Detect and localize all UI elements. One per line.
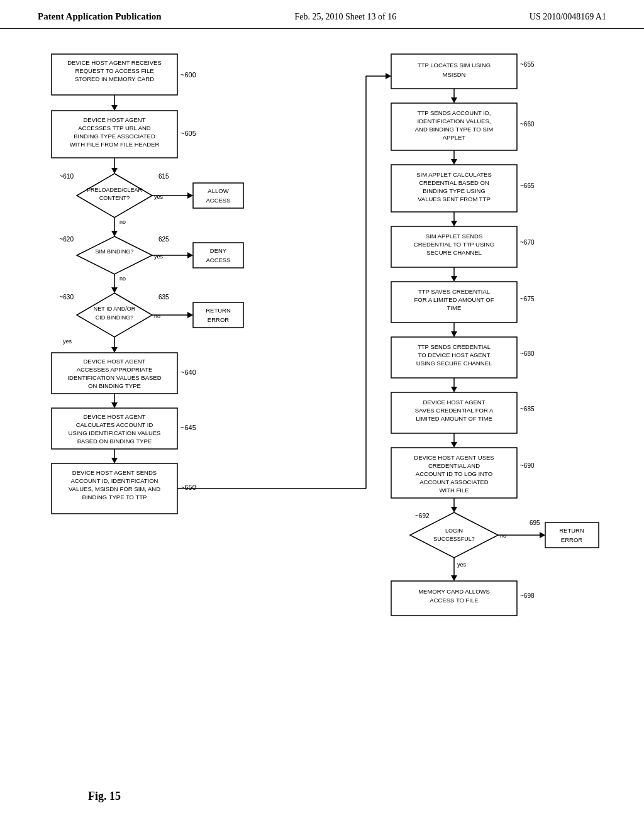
svg-text:SIM APPLET SENDS: SIM APPLET SENDS (426, 233, 483, 240)
svg-marker-35 (187, 252, 193, 258)
svg-text:625: 625 (158, 236, 169, 243)
svg-text:BINDING TYPE TO TTP: BINDING TYPE TO TTP (82, 494, 147, 501)
svg-marker-6 (111, 105, 118, 111)
page-header: Patent Application Publication Feb. 25, … (0, 0, 644, 29)
svg-text:ON BINDING TYPE: ON BINDING TYPE (88, 382, 141, 389)
svg-marker-131 (451, 442, 457, 448)
svg-marker-117 (451, 331, 457, 337)
svg-text:615: 615 (158, 173, 169, 180)
svg-text:DEVICE HOST AGENT: DEVICE HOST AGENT (83, 413, 145, 420)
svg-text:ACCESS: ACCESS (206, 197, 230, 204)
svg-text:SIM BINDING?: SIM BINDING? (95, 248, 133, 255)
svg-text:~655: ~655 (520, 61, 535, 68)
svg-text:DEVICE HOST AGENT: DEVICE HOST AGENT (83, 116, 145, 123)
svg-text:NET ID AND/OR: NET ID AND/OR (94, 306, 136, 312)
svg-text:~660: ~660 (520, 121, 535, 128)
svg-text:~670: ~670 (520, 239, 535, 246)
svg-text:DEVICE HOST AGENT SENDS: DEVICE HOST AGENT SENDS (72, 469, 157, 476)
svg-text:ACCESSES APPROPRIATE: ACCESSES APPROPRIATE (77, 366, 153, 373)
svg-text:no: no (500, 533, 506, 539)
svg-text:~645: ~645 (180, 424, 196, 431)
publication-label: Patent Application Publication (38, 11, 162, 22)
svg-text:ACCOUNT ID TO LOG INTO: ACCOUNT ID TO LOG INTO (416, 470, 492, 477)
svg-marker-95 (451, 159, 457, 165)
svg-text:yes: yes (63, 338, 72, 345)
svg-text:VALUES SENT FROM TTP: VALUES SENT FROM TTP (418, 196, 491, 202)
svg-text:DEVICE HOST AGENT: DEVICE HOST AGENT (423, 399, 485, 406)
svg-text:~600: ~600 (180, 71, 196, 79)
svg-text:LOGIN: LOGIN (445, 528, 463, 534)
svg-text:ERROR: ERROR (561, 536, 582, 543)
svg-marker-71 (111, 458, 118, 463)
svg-text:DEVICE HOST AGENT USES: DEVICE HOST AGENT USES (414, 454, 494, 461)
svg-text:TTP SENDS ACCOUNT ID,: TTP SENDS ACCOUNT ID, (418, 109, 491, 116)
svg-text:yes: yes (457, 562, 467, 568)
svg-marker-124 (451, 387, 457, 392)
svg-text:MSISDN: MSISDN (443, 71, 466, 78)
svg-text:IDENTIFICATION VALUES BASED: IDENTIFICATION VALUES BASED (67, 374, 161, 381)
svg-text:PRELOADED/CLEAR: PRELOADED/CLEAR (87, 187, 143, 193)
svg-text:FOR A LIMITED AMOUNT OF: FOR A LIMITED AMOUNT OF (414, 296, 494, 303)
svg-text:SIM APPLET CALCULATES: SIM APPLET CALCULATES (416, 171, 492, 178)
svg-text:WITH FILE FROM FILE HEADER: WITH FILE FROM FILE HEADER (70, 141, 160, 148)
svg-text:yes: yes (154, 194, 164, 200)
svg-marker-28 (111, 231, 118, 236)
svg-text:yes: yes (154, 253, 164, 260)
svg-text:DEVICE HOST AGENT RECEIVES: DEVICE HOST AGENT RECEIVES (67, 59, 162, 66)
svg-text:WITH FILE: WITH FILE (440, 487, 469, 494)
svg-rect-149 (545, 523, 599, 548)
svg-text:~698: ~698 (520, 592, 535, 599)
svg-text:CONTENT?: CONTENT? (99, 195, 130, 201)
svg-text:TIME: TIME (447, 304, 462, 311)
svg-text:~680: ~680 (520, 350, 535, 357)
svg-marker-22 (187, 192, 193, 199)
svg-text:BASED ON BINDING TYPE: BASED ON BINDING TYPE (77, 438, 152, 445)
svg-text:VALUES, MSISDN FOR SIM, AND: VALUES, MSISDN FOR SIM, AND (69, 485, 160, 492)
svg-text:LIMITED AMOUNT OF TIME: LIMITED AMOUNT OF TIME (416, 415, 492, 422)
svg-text:CREDENTIAL TO TTP USING: CREDENTIAL TO TTP USING (414, 241, 494, 248)
svg-text:no: no (119, 219, 126, 225)
svg-text:CALCULATES ACCOUNT ID: CALCULATES ACCOUNT ID (76, 421, 153, 428)
svg-text:~692: ~692 (415, 512, 430, 519)
figure-label: Fig. 15 (88, 790, 619, 803)
svg-text:~620: ~620 (59, 236, 74, 243)
svg-text:ACCOUNT ASSOCIATED: ACCOUNT ASSOCIATED (419, 479, 489, 485)
svg-marker-81 (386, 73, 391, 79)
svg-text:SUCCESSFUL?: SUCCESSFUL? (433, 536, 475, 542)
svg-text:STORED IN MEMORY CARD: STORED IN MEMORY CARD (75, 75, 154, 82)
svg-text:TTP SENDS CREDENTIAL: TTP SENDS CREDENTIAL (418, 343, 491, 350)
svg-text:TTP SAVES CREDENTIAL: TTP SAVES CREDENTIAL (418, 288, 490, 295)
date-sheet-label: Feb. 25, 2010 Sheet 13 of 16 (294, 12, 396, 22)
svg-marker-41 (111, 287, 118, 293)
svg-text:REQUEST TO ACCESS FILE: REQUEST TO ACCESS FILE (75, 67, 153, 74)
svg-text:ACCESS TO FILE: ACCESS TO FILE (430, 597, 478, 604)
svg-text:DEVICE HOST AGENT: DEVICE HOST AGENT (83, 358, 145, 365)
svg-text:DENY: DENY (210, 247, 227, 254)
svg-marker-154 (451, 575, 457, 581)
flowchart-svg: DEVICE HOST AGENT RECEIVES REQUEST TO AC… (26, 48, 618, 783)
svg-text:CID BINDING?: CID BINDING? (96, 314, 134, 321)
svg-marker-140 (451, 507, 457, 512)
svg-text:SECURE CHANNEL: SECURE CHANNEL (426, 249, 482, 256)
svg-marker-14 (111, 168, 118, 174)
svg-marker-87 (451, 97, 457, 103)
svg-marker-55 (111, 347, 118, 353)
svg-text:APPLET: APPLET (443, 134, 466, 141)
svg-text:~685: ~685 (520, 406, 535, 412)
svg-text:RETURN: RETURN (559, 527, 584, 534)
svg-text:CREDENTIAL BASED ON: CREDENTIAL BASED ON (419, 179, 489, 186)
svg-text:~630: ~630 (59, 294, 74, 301)
svg-marker-31 (77, 236, 152, 274)
svg-text:ERROR: ERROR (208, 316, 229, 323)
svg-marker-49 (187, 312, 193, 318)
svg-rect-50 (193, 302, 243, 328)
svg-text:695: 695 (530, 519, 540, 526)
svg-text:RETURN: RETURN (206, 307, 231, 314)
svg-marker-63 (111, 402, 118, 408)
svg-text:USING SECURE CHANNEL: USING SECURE CHANNEL (416, 360, 492, 367)
svg-marker-110 (451, 276, 457, 282)
svg-text:~605: ~605 (180, 130, 196, 137)
svg-text:635: 635 (158, 294, 169, 301)
svg-text:no: no (154, 313, 160, 319)
svg-text:~690: ~690 (520, 462, 535, 469)
